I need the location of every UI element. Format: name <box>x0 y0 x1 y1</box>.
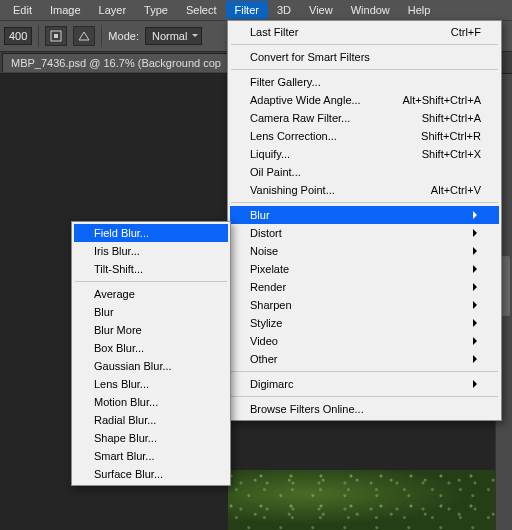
filter_menu-item-label: Oil Paint... <box>250 166 481 178</box>
menu-filter[interactable]: Filter <box>226 1 268 19</box>
blur_submenu-item[interactable]: Average <box>74 285 228 303</box>
menu-window[interactable]: Window <box>342 1 399 19</box>
tool-icon <box>77 29 91 43</box>
blur_submenu-item[interactable]: Gaussian Blur... <box>74 357 228 375</box>
filter_menu-item[interactable]: Distort <box>230 224 499 242</box>
filter_menu-item-label: Convert for Smart Filters <box>250 51 481 63</box>
filter_menu-item-label: Pixelate <box>250 263 465 275</box>
filter_menu-item[interactable]: Adaptive Wide Angle...Alt+Shift+Ctrl+A <box>230 91 499 109</box>
filter_menu-item-label: Stylize <box>250 317 465 329</box>
blur_submenu-item[interactable]: Tilt-Shift... <box>74 260 228 278</box>
document-tab[interactable]: MBP_7436.psd @ 16.7% (Background cop <box>2 53 230 72</box>
toolbar-value-field[interactable]: 400 <box>4 27 32 45</box>
filter_menu-item-shortcut: Shift+Ctrl+R <box>401 130 481 142</box>
filter_menu-item-label: Adaptive Wide Angle... <box>250 94 382 106</box>
blur_submenu-item-label: Lens Blur... <box>94 378 210 390</box>
toolbar-button-1[interactable] <box>45 26 67 46</box>
filter_menu-item[interactable]: Filter Gallery... <box>230 73 499 91</box>
filter_menu-item-shortcut: Alt+Shift+Ctrl+A <box>382 94 481 106</box>
toolbar-button-2[interactable] <box>73 26 95 46</box>
tool-icon <box>49 29 63 43</box>
filter_menu-item-shortcut: Alt+Ctrl+V <box>411 184 481 196</box>
filter_menu-item[interactable]: Convert for Smart Filters <box>230 48 499 66</box>
filter_menu-item[interactable]: Camera Raw Filter...Shift+Ctrl+A <box>230 109 499 127</box>
blur-submenu-panel: Field Blur...Iris Blur...Tilt-Shift...Av… <box>71 221 231 486</box>
menubar: Edit Image Layer Type Select Filter 3D V… <box>0 0 512 20</box>
filter_menu-item[interactable]: Blur <box>230 206 499 224</box>
blur_submenu-divider <box>75 281 227 282</box>
blur_submenu-item[interactable]: Iris Blur... <box>74 242 228 260</box>
filter_menu-item-label: Other <box>250 353 465 365</box>
menu-help[interactable]: Help <box>399 1 440 19</box>
blur_submenu-item[interactable]: Blur More <box>74 321 228 339</box>
filter_menu-item[interactable]: Stylize <box>230 314 499 332</box>
filter_menu-item-label: Render <box>250 281 465 293</box>
menu-3d[interactable]: 3D <box>268 1 300 19</box>
blur_submenu-item-label: Tilt-Shift... <box>94 263 210 275</box>
filter_menu-item-label: Vanishing Point... <box>250 184 411 196</box>
blur_submenu-item-label: Smart Blur... <box>94 450 210 462</box>
filter_menu-item-label: Browse Filters Online... <box>250 403 481 415</box>
blur_submenu-item-label: Blur More <box>94 324 210 336</box>
filter_menu-item-label: Noise <box>250 245 465 257</box>
blur_submenu-item-label: Blur <box>94 306 210 318</box>
filter_menu-item[interactable]: Noise <box>230 242 499 260</box>
filter_menu-item[interactable]: Sharpen <box>230 296 499 314</box>
menu-select[interactable]: Select <box>177 1 226 19</box>
filter_menu-item[interactable]: Render <box>230 278 499 296</box>
filter_menu-item-label: Video <box>250 335 465 347</box>
blur_submenu-item[interactable]: Shape Blur... <box>74 429 228 447</box>
filter_menu-item[interactable]: Liquify...Shift+Ctrl+X <box>230 145 499 163</box>
menu-view[interactable]: View <box>300 1 342 19</box>
blur_submenu-item-label: Motion Blur... <box>94 396 210 408</box>
filter_menu-item[interactable]: Last FilterCtrl+F <box>230 23 499 41</box>
filter_menu-divider <box>231 44 498 45</box>
blur_submenu-item[interactable]: Box Blur... <box>74 339 228 357</box>
blur_submenu-item[interactable]: Blur <box>74 303 228 321</box>
filter_menu-item-label: Liquify... <box>250 148 402 160</box>
filter_menu-item-label: Last Filter <box>250 26 431 38</box>
blur_submenu-item-label: Shape Blur... <box>94 432 210 444</box>
menu-edit[interactable]: Edit <box>4 1 41 19</box>
filter_menu-item[interactable]: Pixelate <box>230 260 499 278</box>
menu-type[interactable]: Type <box>135 1 177 19</box>
blur_submenu-item[interactable]: Motion Blur... <box>74 393 228 411</box>
filter_menu-item[interactable]: Lens Correction...Shift+Ctrl+R <box>230 127 499 145</box>
filter_menu-item[interactable]: Digimarc <box>230 375 499 393</box>
filter_menu-item-label: Blur <box>250 209 465 221</box>
document-image <box>228 470 495 530</box>
blur_submenu-item-label: Gaussian Blur... <box>94 360 210 372</box>
mode-label: Mode: <box>108 30 139 42</box>
mode-dropdown[interactable]: Normal <box>145 27 202 45</box>
blur_submenu-item-label: Surface Blur... <box>94 468 210 480</box>
filter_menu-item-label: Camera Raw Filter... <box>250 112 402 124</box>
blur_submenu-item-label: Radial Blur... <box>94 414 210 426</box>
filter_menu-item-label: Digimarc <box>250 378 465 390</box>
menu-layer[interactable]: Layer <box>90 1 136 19</box>
filter_menu-item-shortcut: Shift+Ctrl+X <box>402 148 481 160</box>
blur_submenu-item[interactable]: Radial Blur... <box>74 411 228 429</box>
filter_menu-item[interactable]: Oil Paint... <box>230 163 499 181</box>
filter_menu-item[interactable]: Other <box>230 350 499 368</box>
blur_submenu-item-label: Box Blur... <box>94 342 210 354</box>
filter_menu-item-shortcut: Shift+Ctrl+A <box>402 112 481 124</box>
menu-image[interactable]: Image <box>41 1 90 19</box>
filter_menu-item[interactable]: Vanishing Point...Alt+Ctrl+V <box>230 181 499 199</box>
toolbar-separator <box>101 25 102 47</box>
filter_menu-item[interactable]: Browse Filters Online... <box>230 400 499 418</box>
blur_submenu-item-label: Field Blur... <box>94 227 210 239</box>
blur_submenu-item[interactable]: Field Blur... <box>74 224 228 242</box>
blur_submenu-item[interactable]: Surface Blur... <box>74 465 228 483</box>
filter_menu-divider <box>231 202 498 203</box>
filter_menu-item-shortcut: Ctrl+F <box>431 26 481 38</box>
svg-rect-1 <box>54 34 58 38</box>
blur_submenu-item[interactable]: Lens Blur... <box>74 375 228 393</box>
filter_menu-divider <box>231 396 498 397</box>
filter_menu-divider <box>231 371 498 372</box>
blur_submenu-item-label: Average <box>94 288 210 300</box>
filter_menu-item-label: Sharpen <box>250 299 465 311</box>
filter_menu-item-label: Distort <box>250 227 465 239</box>
filter_menu-item[interactable]: Video <box>230 332 499 350</box>
blur_submenu-item[interactable]: Smart Blur... <box>74 447 228 465</box>
toolbar-separator <box>38 25 39 47</box>
